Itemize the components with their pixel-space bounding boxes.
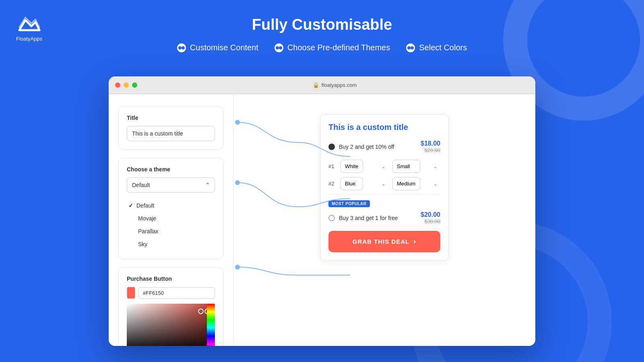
offer-2-row: Buy 3 and get 1 for free $20.00 $30.00 — [328, 211, 440, 224]
grab-deal-label: GRAB THIS DEAL — [353, 238, 410, 245]
tab-label-colors: Select Colors — [419, 43, 467, 52]
most-popular-badge: MOST POPULAR — [328, 200, 370, 207]
theme-list: ✓ Default Movaje Parallax Sky — [127, 199, 215, 251]
theme-option-default[interactable]: ✓ Default — [127, 199, 215, 212]
variant-1-color-wrapper: White Blue Red ⌄ — [341, 160, 388, 173]
traffic-light-yellow[interactable] — [124, 82, 129, 88]
tab-label-themes: Choose Pre-defined Themes — [287, 43, 390, 52]
offer-1-left: Buy 2 and get 10% off — [328, 144, 394, 150]
theme-option-sky[interactable]: Sky — [127, 238, 215, 251]
variant-2-size-arrow: ⌄ — [433, 181, 437, 186]
title-label: Title — [127, 115, 215, 121]
color-swatch[interactable] — [127, 287, 135, 299]
variant-2-color-select[interactable]: Blue White Red — [341, 177, 363, 190]
tab-customise-content[interactable]: Customise Content — [177, 43, 258, 52]
browser-content: Title Choose a theme Default Movaje Para… — [109, 94, 535, 346]
left-panel: Title Choose a theme Default Movaje Para… — [109, 94, 233, 346]
variant-2-color-wrapper: Blue White Red ⌄ — [341, 177, 388, 190]
offer-2-label: Buy 3 and get 1 for free — [339, 215, 398, 221]
svg-point-1 — [235, 180, 240, 185]
variant-2-color-arrow: ⌄ — [382, 181, 385, 186]
variant-2-row: #2 Blue White Red ⌄ Medium Small — [328, 177, 440, 190]
offer-1-radio[interactable] — [328, 144, 335, 150]
browser-window: 🔒 floatyapps.com Title Choose a theme De… — [109, 76, 535, 346]
offer-2-block: MOST POPULAR Buy 3 and get 1 for free $2… — [328, 194, 440, 224]
header: Fully Customisable Customise Content Cho… — [0, 0, 644, 52]
offer-2-price: $20.00 $30.00 — [421, 211, 440, 224]
right-panel: This is a custom title Buy 2 and get 10%… — [233, 94, 535, 346]
browser-titlebar: 🔒 floatyapps.com — [109, 76, 535, 94]
offer-2-radio[interactable] — [328, 215, 335, 221]
tab-radio-colors — [406, 43, 415, 52]
tab-label-customise: Customise Content — [190, 43, 258, 52]
theme-section: Choose a theme Default Movaje Parallax S… — [118, 158, 223, 259]
variant-1-size-wrapper: Small Medium Large ⌄ — [392, 160, 440, 173]
variant-2-size-wrapper: Medium Small Large ⌄ — [392, 177, 440, 190]
color-input-row — [127, 287, 215, 299]
product-card: This is a custom title Buy 2 and get 10%… — [320, 114, 449, 261]
offer-1-price-old: $20.00 — [421, 147, 440, 153]
theme-option-parallax[interactable]: Parallax — [127, 225, 215, 238]
color-picker-handle-1[interactable] — [198, 309, 204, 314]
browser-address-bar: 🔒 floatyapps.com — [140, 82, 529, 88]
tab-radio-customise — [177, 43, 186, 52]
offer-1-price-current: $18.00 — [421, 140, 440, 147]
title-section: Title — [118, 106, 223, 150]
grab-deal-arrow-icon: › — [413, 237, 416, 246]
variant-1-size-select[interactable]: Small Medium Large — [392, 160, 420, 173]
lock-icon: 🔒 — [313, 82, 319, 88]
color-hex-input[interactable] — [138, 287, 215, 299]
offer-1-price: $18.00 $20.00 — [421, 140, 440, 153]
tab-select-colors[interactable]: Select Colors — [406, 43, 467, 52]
svg-point-0 — [235, 120, 240, 125]
grab-deal-button[interactable]: GRAB THIS DEAL › — [328, 231, 440, 252]
offer-2-price-current: $20.00 — [421, 211, 440, 218]
theme-label: Choose a theme — [127, 166, 215, 173]
browser-url: floatyapps.com — [322, 82, 357, 88]
variant-1-color-arrow: ⌄ — [382, 164, 385, 169]
color-label: Purchase Button — [127, 276, 215, 282]
variant-1-row: #1 White Blue Red ⌄ Small Medium — [328, 160, 440, 173]
theme-option-movaje[interactable]: Movaje — [127, 212, 215, 225]
variant-2-num: #2 — [328, 181, 336, 187]
tab-choose-themes[interactable]: Choose Pre-defined Themes — [275, 43, 390, 52]
theme-select-wrapper: Default Movaje Parallax Sky ⌃ — [127, 177, 215, 193]
color-picker-gradient-area[interactable] — [127, 304, 215, 346]
hue-slider[interactable] — [207, 304, 215, 346]
offer-1-row: Buy 2 and get 10% off $18.00 $20.00 — [328, 140, 440, 153]
variant-1-color-select[interactable]: White Blue Red — [341, 160, 363, 173]
color-section: Purchase Button — [118, 267, 223, 346]
offer-2-left: Buy 3 and get 1 for free — [328, 215, 398, 221]
tabs-row: Customise Content Choose Pre-defined The… — [177, 43, 467, 52]
svg-point-2 — [235, 265, 240, 269]
variant-1-size-arrow: ⌄ — [433, 164, 437, 169]
offer-2-price-old: $30.00 — [421, 218, 440, 224]
color-picker-wrapper — [127, 304, 215, 346]
variant-1-num: #1 — [328, 163, 336, 169]
traffic-light-red[interactable] — [115, 82, 120, 88]
variant-2-size-select[interactable]: Medium Small Large — [392, 177, 420, 190]
theme-select[interactable]: Default Movaje Parallax Sky — [127, 177, 215, 193]
offer-1-label: Buy 2 and get 10% off — [339, 144, 394, 150]
title-input[interactable] — [127, 126, 215, 141]
tab-radio-themes — [275, 43, 283, 52]
traffic-light-green[interactable] — [132, 82, 137, 88]
product-card-title: This is a custom title — [328, 123, 440, 132]
page-title: Fully Customisable — [252, 16, 392, 33]
